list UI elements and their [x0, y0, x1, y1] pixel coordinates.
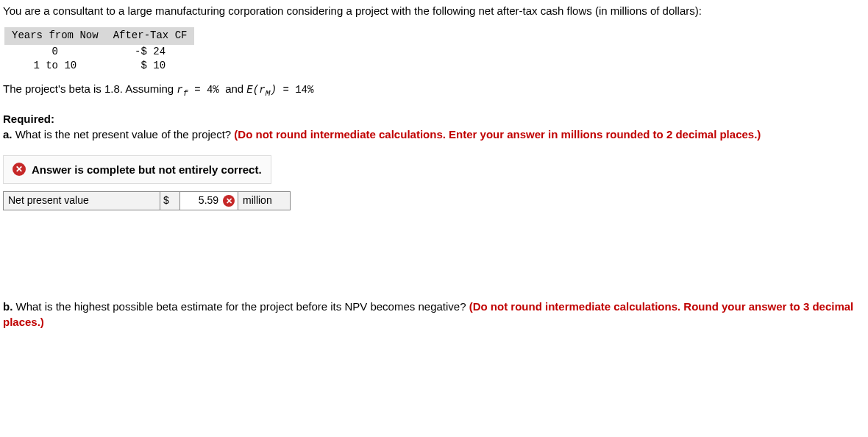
question-b: b. What is the highest possible beta est… — [3, 299, 865, 330]
cf-head-cf: After-Tax CF — [106, 27, 195, 45]
required-label: Required: — [3, 111, 865, 127]
rf-sub: f — [183, 88, 188, 99]
answer-value: 5.59 — [199, 194, 218, 206]
cf-years-0: 0 — [4, 45, 106, 60]
erm-eq: = 14% — [277, 84, 313, 96]
answer-label: Net present value — [4, 191, 160, 210]
qa-text: What is the net present value of the pro… — [15, 128, 235, 141]
cf-value-1: $ 10 — [106, 59, 195, 74]
assumption-prefix: The project's beta is 1.8. Assuming — [3, 82, 177, 95]
qb-prefix: b. — [3, 300, 16, 313]
intro-text: You are a consultant to a large manufact… — [3, 3, 865, 18]
feedback-text: Answer is complete but not entirely corr… — [32, 162, 262, 177]
erm-symbol: E(r — [246, 84, 265, 96]
rf-eq: = 4% — [188, 84, 225, 96]
table-row: 1 to 10 $ 10 — [4, 59, 194, 74]
cf-value-0: -$ 24 — [106, 45, 195, 60]
answer-value-cell[interactable]: 5.59 ✕ — [180, 191, 238, 210]
answer-unit: million — [238, 191, 291, 210]
qa-prefix: a. — [3, 128, 15, 141]
question-a: a. What is the net present value of the … — [3, 127, 865, 142]
qa-note: (Do not round intermediate calculations.… — [234, 128, 761, 141]
erm-close: ) — [271, 84, 277, 96]
cf-years-1: 1 to 10 — [4, 59, 106, 74]
rf-symbol: r — [177, 84, 182, 96]
assumption-line: The project's beta is 1.8. Assuming rf =… — [3, 81, 865, 99]
cf-head-years: Years from Now — [4, 27, 106, 45]
assumption-mid: and — [225, 82, 246, 95]
table-row: 0 -$ 24 — [4, 45, 194, 60]
answer-currency: $ — [160, 191, 180, 210]
wrong-icon: ✕ — [223, 195, 235, 207]
error-icon: ✕ — [13, 163, 26, 176]
cashflow-table: Years from Now After-Tax CF 0 -$ 24 1 to… — [4, 27, 194, 74]
qb-text: What is the highest possible beta estima… — [16, 300, 469, 313]
feedback-banner: ✕ Answer is complete but not entirely co… — [3, 155, 271, 184]
answer-table: Net present value $ 5.59 ✕ million — [3, 191, 291, 210]
erm-sub: M — [266, 88, 271, 99]
